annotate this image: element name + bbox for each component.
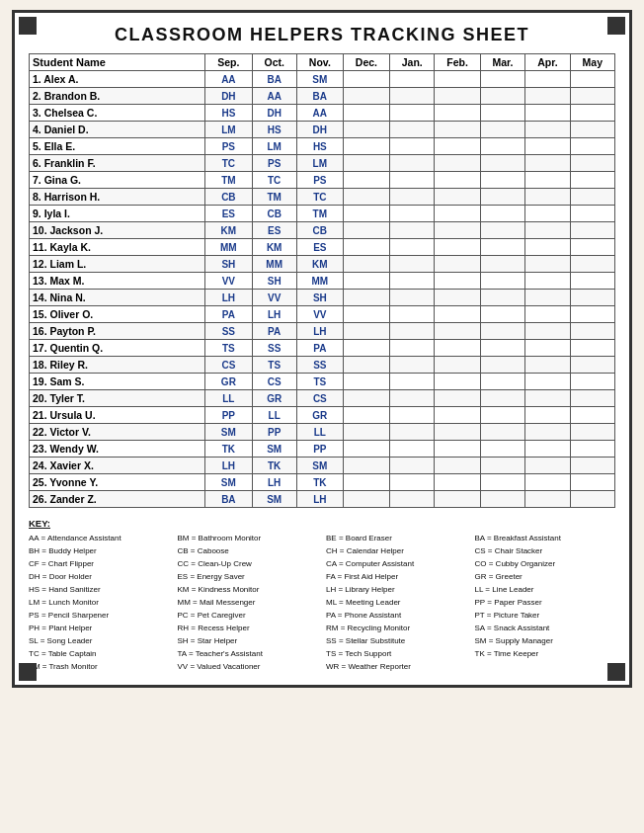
key-item: VV = Valued Vacationer bbox=[178, 661, 319, 673]
empty-month-cell bbox=[570, 491, 614, 508]
empty-month-cell bbox=[390, 474, 435, 491]
empty-month-cell bbox=[390, 155, 435, 172]
empty-month-cell bbox=[570, 122, 614, 138]
key-item: SH = Star Helper bbox=[178, 635, 319, 647]
tracking-table: Student Name Sep. Oct. Nov. Dec. Jan. Fe… bbox=[29, 53, 615, 508]
empty-month-cell bbox=[390, 122, 435, 138]
key-item: ML = Meeting Leader bbox=[326, 597, 467, 609]
empty-month-cell bbox=[570, 105, 614, 122]
empty-month-cell bbox=[435, 407, 480, 424]
empty-month-cell bbox=[390, 206, 435, 222]
key-item: TC = Table Captain bbox=[29, 648, 170, 660]
empty-month-cell bbox=[480, 222, 524, 239]
empty-month-cell bbox=[570, 273, 614, 290]
assignment-oct: PP bbox=[252, 424, 296, 441]
assignment-nov: LH bbox=[296, 323, 343, 340]
key-item: DH = Door Holder bbox=[29, 571, 170, 583]
key-item: PC = Pet Caregiver bbox=[178, 610, 319, 622]
assignment-oct: HS bbox=[252, 122, 296, 138]
empty-month-cell bbox=[480, 390, 524, 407]
assignment-oct: MM bbox=[252, 256, 296, 273]
empty-month-cell bbox=[343, 155, 389, 172]
assignment-oct: BA bbox=[252, 71, 296, 88]
assignment-oct: KM bbox=[252, 239, 296, 256]
table-row: 6. Franklin F.TCPSLM bbox=[30, 155, 615, 172]
key-item: CH = Calendar Helper bbox=[326, 545, 467, 557]
key-item: CC = Clean-Up Crew bbox=[178, 558, 319, 570]
assignment-nov: SS bbox=[296, 357, 343, 374]
table-row: 14. Nina N.LHVVSH bbox=[30, 290, 615, 306]
empty-month-cell bbox=[435, 273, 480, 290]
assignment-oct: SM bbox=[252, 441, 296, 458]
empty-month-cell bbox=[525, 138, 570, 155]
col-header-jan: Jan. bbox=[390, 54, 435, 71]
key-item: SL = Song Leader bbox=[29, 635, 170, 647]
empty-month-cell bbox=[480, 340, 524, 357]
key-item: TM = Trash Monitor bbox=[29, 661, 170, 673]
key-item: MM = Mail Messenger bbox=[178, 597, 319, 609]
empty-month-cell bbox=[570, 374, 614, 390]
empty-month-cell bbox=[480, 306, 524, 323]
table-row: 9. Iyla I.ESCBTM bbox=[30, 206, 615, 222]
key-item: RM = Recycling Monitor bbox=[326, 623, 467, 634]
empty-month-cell bbox=[480, 105, 524, 122]
table-row: 12. Liam L.SHMMKM bbox=[30, 256, 615, 273]
student-name: 19. Sam S. bbox=[30, 374, 205, 390]
key-item: ES = Energy Saver bbox=[178, 571, 319, 583]
assignment-nov: LM bbox=[296, 155, 343, 172]
assignment-sep: PP bbox=[205, 407, 252, 424]
student-name: 22. Victor V. bbox=[30, 424, 205, 441]
empty-month-cell bbox=[570, 441, 614, 458]
empty-month-cell bbox=[525, 340, 570, 357]
key-item: SM = Supply Manager bbox=[475, 635, 616, 647]
empty-month-cell bbox=[480, 189, 524, 206]
assignment-nov: TM bbox=[296, 206, 343, 222]
assignment-nov: GR bbox=[296, 407, 343, 424]
key-item: CB = Caboose bbox=[178, 545, 319, 557]
assignment-nov: SM bbox=[296, 71, 343, 88]
assignment-sep: TM bbox=[205, 172, 252, 189]
empty-month-cell bbox=[570, 256, 614, 273]
empty-month-cell bbox=[570, 189, 614, 206]
student-name: 3. Chelsea C. bbox=[30, 105, 205, 122]
empty-month-cell bbox=[570, 138, 614, 155]
empty-month-cell bbox=[343, 290, 389, 306]
col-header-sep: Sep. bbox=[205, 54, 252, 71]
page-title: CLASSROOM HELPERS TRACKING SHEET bbox=[29, 25, 615, 45]
empty-month-cell bbox=[435, 458, 480, 474]
empty-month-cell bbox=[570, 458, 614, 474]
student-name: 16. Payton P. bbox=[30, 323, 205, 340]
assignment-nov: VV bbox=[296, 306, 343, 323]
empty-month-cell bbox=[343, 390, 389, 407]
empty-month-cell bbox=[390, 458, 435, 474]
empty-month-cell bbox=[525, 189, 570, 206]
assignment-oct: LH bbox=[252, 306, 296, 323]
empty-month-cell bbox=[480, 88, 524, 105]
student-name: 17. Quentin Q. bbox=[30, 340, 205, 357]
table-row: 1. Alex A.AABASM bbox=[30, 71, 615, 88]
empty-month-cell bbox=[525, 256, 570, 273]
student-name: 20. Tyler T. bbox=[30, 390, 205, 407]
student-name: 13. Max M. bbox=[30, 273, 205, 290]
key-item: RH = Recess Helper bbox=[178, 623, 319, 634]
empty-month-cell bbox=[435, 256, 480, 273]
col-header-apr: Apr. bbox=[525, 54, 570, 71]
assignment-nov: PS bbox=[296, 172, 343, 189]
assignment-sep: KM bbox=[205, 222, 252, 239]
student-name: 11. Kayla K. bbox=[30, 239, 205, 256]
assignment-oct: VV bbox=[252, 290, 296, 306]
empty-month-cell bbox=[525, 374, 570, 390]
empty-month-cell bbox=[390, 357, 435, 374]
table-row: 17. Quentin Q.TSSSPA bbox=[30, 340, 615, 357]
empty-month-cell bbox=[435, 323, 480, 340]
key-item: BM = Bathroom Monitor bbox=[178, 533, 319, 544]
empty-month-cell bbox=[390, 390, 435, 407]
assignment-nov: DH bbox=[296, 122, 343, 138]
empty-month-cell bbox=[390, 239, 435, 256]
empty-month-cell bbox=[390, 105, 435, 122]
empty-month-cell bbox=[480, 122, 524, 138]
assignment-nov: TS bbox=[296, 374, 343, 390]
empty-month-cell bbox=[525, 491, 570, 508]
empty-month-cell bbox=[480, 239, 524, 256]
empty-month-cell bbox=[435, 206, 480, 222]
